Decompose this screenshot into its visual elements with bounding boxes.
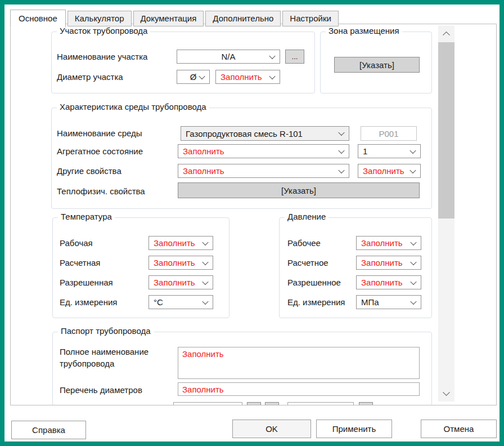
medium-other-dropdown[interactable]: Заполнить <box>178 164 349 178</box>
medium-other2-value: Заполнить <box>363 166 404 176</box>
passport-diameters-value: Заполнить <box>182 385 224 394</box>
diameter-value-dropdown[interactable]: Заполнить <box>215 70 280 84</box>
chevron-down-icon <box>410 258 416 265</box>
press-design-value: Заполнить <box>361 258 403 267</box>
press-allowed-label: Разрешенное <box>287 277 341 288</box>
temp-unit-value: °C <box>154 297 163 307</box>
cutoff-dropdown[interactable] <box>287 402 354 405</box>
temp-design-dropdown[interactable]: Заполнить <box>148 256 213 270</box>
diameter-symbol-value: Ø <box>190 72 197 82</box>
tab-documentation[interactable]: Документация <box>133 11 204 26</box>
tab-page-main: Участок трубопровода Наименование участк… <box>10 24 497 405</box>
group-pipeline-section-title: Участок трубопровода <box>57 26 150 35</box>
scrollbar-up-button[interactable] <box>438 25 454 41</box>
medium-thermo-button-label: [Указать] <box>281 186 316 195</box>
press-design-label: Расчетное <box>287 257 328 269</box>
temp-allowed-dropdown[interactable]: Заполнить <box>148 275 213 289</box>
medium-name-dropdown[interactable]: Газопродуктовая смесь R-101 <box>181 126 349 141</box>
group-pressure-title: Давление <box>285 212 328 221</box>
cutoff-button[interactable] <box>265 402 279 405</box>
chevron-down-icon <box>269 52 275 59</box>
medium-other-label: Другие свойства <box>57 166 122 177</box>
medium-state-index-value: 1 <box>363 146 367 156</box>
cancel-button-label: Отмена <box>444 424 474 434</box>
chevron-down-icon <box>199 73 205 79</box>
medium-thermo-button[interactable]: [Указать] <box>178 182 420 198</box>
group-passport-title: Паспорт трубопровода <box>58 326 154 336</box>
chevron-down-icon <box>202 298 208 304</box>
chevron-up-icon <box>443 31 450 38</box>
temp-working-value: Заполнить <box>154 238 195 248</box>
vertical-scrollbar[interactable] <box>438 25 454 402</box>
temp-working-dropdown[interactable]: Заполнить <box>148 236 213 250</box>
medium-state-index-dropdown[interactable]: 1 <box>358 144 421 158</box>
medium-code-field[interactable]: P001 <box>361 126 417 141</box>
medium-state-dropdown[interactable]: Заполнить <box>178 144 349 158</box>
ok-button[interactable]: OK <box>232 420 311 438</box>
ok-button-label: OK <box>266 424 278 434</box>
apply-button-label: Применить <box>332 424 376 434</box>
diameter-value: Заполнить <box>220 72 262 82</box>
temp-design-label: Расчетная <box>60 257 100 269</box>
tab-bar: Основное Калькулятор Документация Дополн… <box>10 8 339 26</box>
passport-fullname-label: Полное наименование трубопровода <box>60 346 175 369</box>
medium-name-value: Газопродуктовая смесь R-101 <box>186 129 303 139</box>
medium-state-label: Агрегатное состояние <box>57 146 143 157</box>
chevron-down-icon <box>338 147 344 153</box>
medium-state-value: Заполнить <box>183 146 224 156</box>
passport-fullname-textbox[interactable]: Заполнить <box>178 347 420 379</box>
section-name-value: N/A <box>221 52 235 61</box>
temp-working-label: Рабочая <box>60 238 93 249</box>
chevron-down-icon <box>202 239 208 245</box>
diameter-symbol-dropdown[interactable]: Ø <box>177 70 210 84</box>
press-allowed-value: Заполнить <box>361 278 403 287</box>
press-unit-label: Ед. измерения <box>287 297 345 308</box>
placement-zone-specify-button[interactable]: [Указать] <box>334 57 420 73</box>
press-working-label: Рабочее <box>287 238 321 249</box>
section-name-dropdown[interactable]: N/A <box>177 50 280 64</box>
chevron-down-icon <box>443 389 450 396</box>
temp-allowed-label: Разрешенная <box>60 277 113 288</box>
help-button[interactable]: Справка <box>11 421 86 439</box>
tab-settings[interactable]: Настройки <box>282 11 339 26</box>
press-unit-value: МПа <box>361 297 379 307</box>
passport-fullname-value: Заполнить <box>182 349 224 359</box>
browse-button-label: ... <box>292 52 298 61</box>
press-allowed-dropdown[interactable]: Заполнить <box>356 275 421 289</box>
cutoff-button[interactable] <box>359 402 373 405</box>
scrollbar-down-button[interactable] <box>438 386 454 402</box>
chevron-down-icon <box>202 258 208 265</box>
chevron-down-icon <box>338 167 344 173</box>
press-design-dropdown[interactable]: Заполнить <box>356 256 421 270</box>
browse-button[interactable]: ... <box>285 50 304 64</box>
diameter-label: Диаметр участка <box>57 72 123 83</box>
apply-button[interactable]: Применить <box>316 420 392 438</box>
press-working-value: Заполнить <box>361 238 403 248</box>
press-working-dropdown[interactable]: Заполнить <box>356 236 421 250</box>
medium-other2-dropdown[interactable]: Заполнить <box>358 164 421 178</box>
tab-additional[interactable]: Дополнительно <box>205 11 281 26</box>
temp-unit-label: Ед. измерения <box>60 297 117 308</box>
cutoff-dropdown[interactable] <box>173 402 242 405</box>
section-name-label: Наименование участка <box>57 51 147 63</box>
cancel-button[interactable]: Отмена <box>421 420 497 438</box>
temp-unit-dropdown[interactable]: °C <box>148 295 213 309</box>
help-button-label: Справка <box>32 425 65 435</box>
tab-calculator[interactable]: Калькулятор <box>68 11 132 26</box>
placement-zone-specify-label: [Указать] <box>359 60 394 70</box>
medium-code-value: P001 <box>379 129 398 139</box>
temp-allowed-value: Заполнить <box>154 278 195 287</box>
chevron-down-icon <box>338 130 344 136</box>
chevron-down-icon <box>410 167 416 173</box>
press-unit-dropdown[interactable]: МПа <box>356 295 421 309</box>
dialog-window: Основное Калькулятор Документация Дополн… <box>0 0 504 446</box>
temp-design-value: Заполнить <box>154 258 195 267</box>
chevron-down-icon <box>410 239 416 245</box>
tab-main[interactable]: Основное <box>10 10 66 28</box>
group-medium-title: Характеристика среды трубопровода <box>57 102 209 112</box>
chevron-down-icon <box>410 147 416 153</box>
group-temperature-title: Температура <box>58 212 115 221</box>
passport-diameters-textbox[interactable]: Заполнить <box>178 382 420 396</box>
scrollbar-thumb[interactable] <box>438 42 454 218</box>
cutoff-button[interactable] <box>247 402 261 405</box>
